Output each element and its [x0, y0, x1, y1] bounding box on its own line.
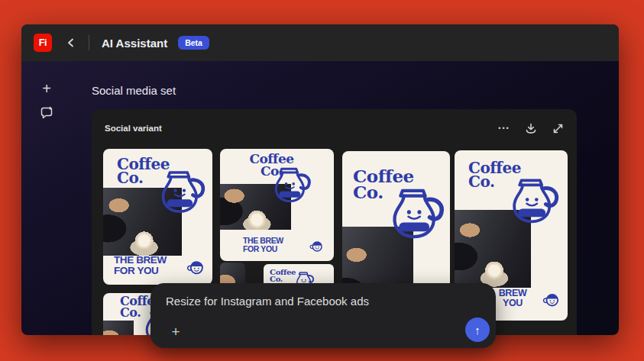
beta-badge: Beta: [178, 36, 209, 50]
new-chat-button[interactable]: +: [35, 77, 58, 100]
tagline: THE BREWFOR YOU: [114, 255, 167, 276]
attach-button[interactable]: +: [166, 322, 186, 342]
barista-photo: [103, 321, 134, 335]
chat-sparkle-icon: [39, 105, 54, 121]
download-icon: [525, 122, 537, 134]
prompt-bar[interactable]: Resize for Instagram and Facebook ads + …: [150, 283, 496, 348]
download-button[interactable]: [524, 121, 538, 135]
coffee-mug-icon: [186, 257, 206, 276]
feedback-button[interactable]: [35, 102, 58, 124]
tagline: BREWYOU: [490, 288, 536, 308]
brand-name: CoffeeCo.: [353, 168, 414, 200]
coffee-mug-icon: [542, 290, 561, 308]
red-frame: Fi AI Assistant Beta + Social medi: [0, 0, 644, 361]
expand-button[interactable]: [551, 121, 565, 135]
set-heading: Social media set: [92, 84, 176, 97]
panel-title: Social variant: [105, 124, 162, 133]
send-arrow-icon: ↑: [474, 324, 481, 337]
firefly-logo: Fi: [34, 34, 52, 52]
firefly-logo-text: Fi: [39, 37, 47, 48]
brand-name: CoffeeCo.: [220, 153, 323, 177]
panel-actions: •••: [497, 121, 565, 135]
sidebar: +: [21, 61, 72, 335]
attach-plus-icon: +: [171, 324, 180, 340]
topbar-divider: [89, 35, 89, 50]
prompt-input[interactable]: Resize for Instagram and Facebook ads: [166, 295, 369, 308]
coffee-mug-icon: [309, 238, 325, 253]
page-title: AI Assistant: [102, 37, 167, 50]
more-options-button[interactable]: •••: [497, 121, 511, 135]
brand-name: CoffeeCo.: [468, 161, 521, 189]
send-button[interactable]: ↑: [465, 317, 490, 342]
tagline: THE BREWFOR YOU: [243, 237, 283, 253]
variant-card-portrait[interactable]: CoffeeCo. THE BREWFOR YOU: [103, 149, 212, 285]
back-button[interactable]: [63, 34, 79, 51]
variant-card-square[interactable]: CoffeeCo. THE BREWFOR YOU: [220, 149, 334, 261]
expand-icon: [552, 123, 564, 134]
more-options-icon: •••: [498, 124, 510, 132]
brand-name: CoffeeCo.: [117, 157, 170, 185]
back-chevron-icon: [66, 37, 76, 48]
plus-icon: +: [42, 80, 51, 98]
app-topbar: Fi AI Assistant Beta: [21, 24, 619, 61]
